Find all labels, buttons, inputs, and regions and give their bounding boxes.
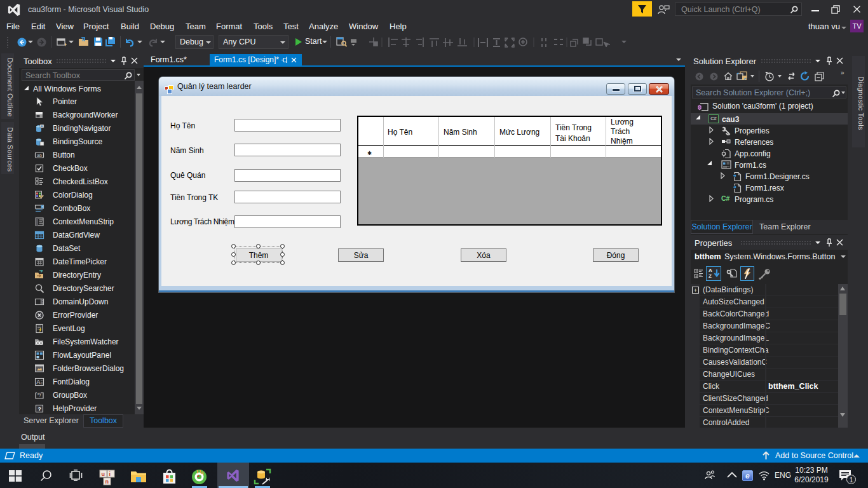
svg-text:A: A: [37, 379, 41, 385]
svg-text:i: i: [109, 471, 111, 477]
svg-text:?: ?: [38, 406, 42, 412]
svg-text:n: n: [105, 478, 109, 485]
svg-text:ab: ab: [37, 153, 42, 158]
svg-text:xy: xy: [37, 391, 42, 396]
svg-text:u: u: [102, 471, 105, 477]
